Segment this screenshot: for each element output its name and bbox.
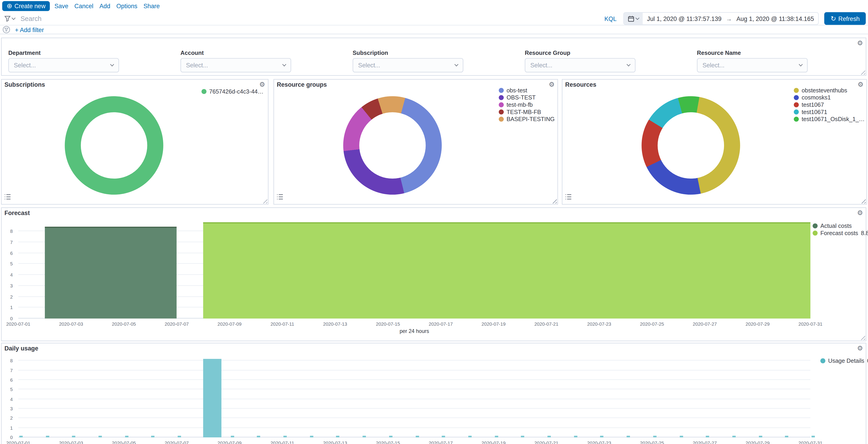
y-axis-tick-label: 6 <box>10 250 13 255</box>
legend-item[interactable]: test-mb-fb <box>499 102 555 108</box>
area-series[interactable] <box>45 227 177 318</box>
x-axis-tick-label: 2020-07-03 <box>59 440 83 444</box>
y-axis-tick-label: 1 <box>10 425 13 431</box>
panel-settings-button[interactable]: ⚙ <box>258 80 266 89</box>
gridline <box>18 360 810 361</box>
x-axis-tick-label: 2020-07-11 <box>271 440 294 444</box>
panel-forecast: Forecast ⚙ Actual costsForecast costs8.8… <box>1 207 866 341</box>
panel-settings-button[interactable]: ⚙ <box>857 343 863 353</box>
legend-toggle-button[interactable] <box>3 192 12 202</box>
x-axis: 2020-07-012020-07-032020-07-052020-07-07… <box>18 318 810 326</box>
resize-handle[interactable] <box>860 335 865 340</box>
date-start-button[interactable]: Jul 1, 2020 @ 11:37:57.139 <box>643 15 726 22</box>
bar[interactable] <box>203 359 221 437</box>
refresh-icon: ↻ <box>831 15 836 22</box>
legend-item[interactable]: TEST-MB-FB <box>499 109 555 115</box>
legend-item[interactable]: 7657426d-c4c3-44… <box>202 89 264 95</box>
resource-group-select[interactable]: Select... <box>525 58 636 72</box>
date-range-arrow: → <box>726 15 732 22</box>
x-axis-tick-label: 2020-07-09 <box>218 440 242 444</box>
panel-settings-button[interactable]: ⚙ <box>857 208 863 217</box>
resize-handle[interactable] <box>861 199 866 203</box>
donut-chart[interactable] <box>642 96 740 195</box>
nav-item-share[interactable]: Share <box>144 3 160 9</box>
subscription-select[interactable]: Select... <box>353 58 463 72</box>
saved-query-button[interactable] <box>2 13 17 24</box>
legend-label: 7657426d-c4c3-44… <box>209 89 264 95</box>
legend-value: 8.824 <box>861 230 868 236</box>
x-axis-tick-label: 2020-07-31 <box>798 440 823 444</box>
select-placeholder: Select... <box>530 62 553 68</box>
resize-handle[interactable] <box>860 70 865 75</box>
legend-item[interactable]: Usage Details0 <box>820 358 863 364</box>
legend-item[interactable]: obs-test <box>499 88 555 94</box>
x-axis-tick-label: 2020-07-23 <box>587 321 611 327</box>
panel-title: Resource groups <box>277 81 327 88</box>
bar[interactable] <box>811 436 815 437</box>
legend-label: obstesteventhubs <box>802 88 847 94</box>
legend-item[interactable]: Actual costs <box>813 223 861 229</box>
legend-item[interactable]: test10671_OsDisk_1_… <box>794 116 865 122</box>
legend-item[interactable]: BASEPI-TESTING <box>499 116 555 122</box>
y-axis-tick-label: 7 <box>10 368 13 373</box>
legend-item[interactable]: cosmosks1 <box>794 95 865 101</box>
control-label: Department <box>8 49 119 56</box>
nav-item-cancel[interactable]: Cancel <box>74 3 93 9</box>
resource-name-select[interactable]: Select... <box>697 58 808 72</box>
y-axis: 012345678 <box>3 221 17 318</box>
chevron-down-icon <box>11 16 16 20</box>
control-label: Resource Group <box>525 49 636 56</box>
y-axis-tick-label: 5 <box>10 261 13 267</box>
legend-dot <box>813 224 818 229</box>
y-axis-tick-label: 8 <box>10 229 13 234</box>
legend-label: OBS-TEST <box>506 95 536 101</box>
plot-area <box>18 221 810 318</box>
calendar-icon <box>628 15 634 22</box>
legend-item[interactable]: test10671 <box>794 109 865 115</box>
legend-toggle-button[interactable] <box>276 192 284 202</box>
nav-item-save[interactable]: Save <box>55 3 68 9</box>
account-select[interactable]: Select... <box>180 58 291 72</box>
donut-chart[interactable] <box>343 96 442 195</box>
x-axis-tick-label: 2020-07-19 <box>482 321 506 327</box>
refresh-button[interactable]: ↻ Refresh <box>825 12 866 25</box>
calendar-button[interactable] <box>624 13 643 24</box>
resize-handle[interactable] <box>262 199 268 203</box>
chevron-down-icon <box>282 62 286 66</box>
y-axis-tick-label: 3 <box>10 406 13 411</box>
search-input[interactable] <box>21 13 598 24</box>
kql-button[interactable]: KQL <box>601 15 620 22</box>
legend-item[interactable]: OBS-TEST <box>499 95 555 101</box>
x-axis-tick-label: 2020-07-11 <box>271 321 294 327</box>
donut-chart[interactable] <box>65 96 163 195</box>
legend-item[interactable]: obstesteventhubs <box>794 88 865 94</box>
date-end-button[interactable]: Aug 1, 2020 @ 11:38:14.165 <box>732 15 818 22</box>
legend-dot <box>499 88 504 93</box>
area-series[interactable] <box>203 222 810 318</box>
legend-toggle-button[interactable] <box>564 192 573 202</box>
x-axis-tick-label: 2020-07-23 <box>587 440 611 444</box>
department-select[interactable]: Select... <box>8 58 119 72</box>
create-new-button[interactable]: ⊕ Create new <box>2 1 50 11</box>
legend-item[interactable]: test1067 <box>794 102 865 108</box>
x-axis-tick-label: 2020-07-29 <box>746 440 770 444</box>
filter-circle-icon[interactable] <box>3 26 10 33</box>
chart-legend: Usage Details0 <box>820 358 863 364</box>
gear-icon: ⚙ <box>857 209 863 217</box>
legend-item[interactable]: Forecast costs8.824 <box>813 230 861 236</box>
gear-icon: ⚙ <box>259 81 265 89</box>
x-axis-tick-label: 2020-07-25 <box>640 440 664 444</box>
panel-settings-button[interactable]: ⚙ <box>857 38 863 47</box>
x-axis-tick-label: 2020-07-01 <box>6 440 30 444</box>
legend-dot <box>794 102 799 107</box>
gridline <box>18 418 810 418</box>
control-label: Account <box>180 49 291 56</box>
nav-item-options[interactable]: Options <box>116 3 137 9</box>
panel-daily-usage: Daily usage ⚙ Usage Details0 012345678 2… <box>1 343 866 444</box>
add-filter-button[interactable]: + Add filter <box>15 26 44 33</box>
nav-item-add[interactable]: Add <box>99 3 111 9</box>
filter-icon <box>4 15 10 22</box>
select-placeholder: Select... <box>358 62 380 68</box>
resize-handle[interactable] <box>552 199 557 203</box>
legend-dot <box>820 358 826 364</box>
